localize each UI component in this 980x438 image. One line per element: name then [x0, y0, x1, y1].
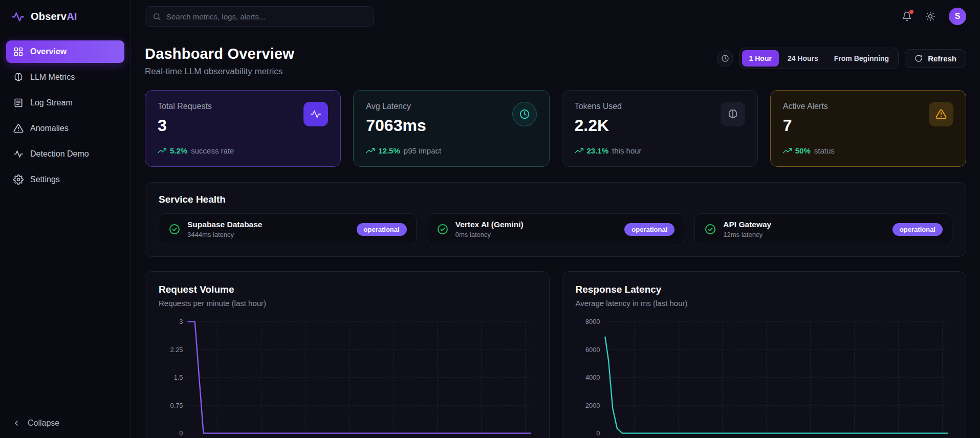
stat-value: 2.2K: [575, 116, 622, 135]
search-icon: [153, 12, 161, 21]
notifications-button[interactable]: [902, 11, 912, 21]
sidebar-item-llm-metrics[interactable]: LLM Metrics: [6, 66, 124, 89]
theme-toggle-button[interactable]: [925, 11, 935, 21]
topbar-actions: S: [902, 8, 966, 25]
service-item-api-gateway: API Gateway 12ms latency operational: [694, 213, 952, 245]
stat-trend: 12.5% p95 impact: [366, 146, 536, 155]
stats-grid: Total Requests 3 5.2% success rate: [145, 90, 966, 167]
svg-text:2000: 2000: [585, 402, 600, 409]
page-header: Dashboard Overview Real-time LLM observa…: [145, 46, 966, 77]
stat-card-avg-latency: Avg Latency 7063ms 12.5% p95 impact: [353, 90, 549, 167]
check-circle-icon: [168, 223, 181, 235]
service-text: Supabase Database 3444ms latency: [187, 220, 262, 238]
time-range-selector: 1 Hour 24 Hours From Beginning: [739, 48, 899, 69]
charts-grid: Request Volume Requests per minute (last…: [145, 271, 966, 438]
search-bar[interactable]: [145, 6, 374, 27]
trend-percent: 5.2%: [170, 146, 187, 155]
stat-value: 3: [158, 116, 212, 135]
stat-card-active-alerts: Active Alerts 7 50% status: [770, 90, 966, 167]
alert-triangle-icon: [929, 102, 953, 126]
service-item-vertex-ai: Vertex AI (Gemini) 0ms latency operation…: [427, 213, 685, 245]
stat-label: Tokens Used: [575, 102, 622, 111]
svg-text:2.25: 2.25: [170, 346, 183, 354]
search-input[interactable]: [166, 12, 366, 21]
sidebar-item-settings[interactable]: Settings: [6, 168, 124, 191]
pulse-icon: [13, 149, 24, 159]
range-1-hour-button[interactable]: 1 Hour: [742, 50, 779, 67]
service-name: Supabase Database: [187, 220, 262, 229]
services-list: Supabase Database 3444ms latency operati…: [159, 213, 952, 245]
brand-name: ObservAI: [31, 11, 77, 23]
stat-card-top: Total Requests 3: [158, 102, 328, 135]
chevron-left-icon: [12, 419, 20, 427]
svg-text:0: 0: [596, 429, 600, 437]
trend-note: status: [814, 146, 835, 155]
sidebar-item-anomalies[interactable]: Anomalies: [6, 117, 124, 140]
stat-label: Avg Latency: [366, 102, 426, 111]
stat-label: Active Alerts: [783, 102, 828, 111]
trend-percent: 23.1%: [587, 146, 609, 155]
range-24-hours-button[interactable]: 24 Hours: [780, 50, 825, 67]
trend-note: success rate: [191, 146, 234, 155]
sidebar-item-overview[interactable]: Overview: [6, 40, 124, 63]
log-icon: [13, 98, 24, 108]
trending-up-icon: [575, 146, 583, 155]
svg-text:4000: 4000: [585, 374, 600, 381]
avatar[interactable]: S: [949, 8, 966, 25]
clock-icon: [512, 102, 537, 126]
dashboard-content: Dashboard Overview Real-time LLM observa…: [131, 33, 980, 438]
service-text: Vertex AI (Gemini) 0ms latency: [455, 220, 524, 238]
request-volume-chart-card: Request Volume Requests per minute (last…: [145, 271, 550, 438]
service-item-supabase: Supabase Database 3444ms latency operati…: [159, 213, 417, 245]
stat-trend: 5.2% success rate: [158, 146, 328, 155]
page-title: Dashboard Overview: [145, 46, 294, 62]
brand: ObservAI: [0, 0, 130, 33]
sidebar-item-label: Anomalies: [30, 124, 69, 133]
service-health-title: Service Health: [159, 194, 952, 205]
app-window: ObservAI Overview LLM Metrics Log Stream…: [0, 0, 980, 438]
service-name: Vertex AI (Gemini): [455, 220, 524, 229]
sidebar-nav: Overview LLM Metrics Log Stream Anomalie…: [0, 33, 130, 198]
gear-icon: [13, 174, 24, 185]
waveform-logo-icon: [11, 10, 25, 24]
stat-card-text: Tokens Used 2.2K: [575, 102, 622, 135]
brain-icon: [13, 72, 24, 82]
chart-title: Request Volume: [159, 284, 536, 295]
refresh-button[interactable]: Refresh: [905, 49, 966, 68]
stat-card-tokens-used: Tokens Used 2.2K 23.1% this hour: [562, 90, 758, 167]
service-latency: 12ms latency: [723, 231, 771, 238]
sidebar-item-label: Overview: [30, 47, 67, 56]
collapse-button[interactable]: Collapse: [0, 408, 130, 438]
sidebar-item-label: Log Stream: [30, 98, 73, 107]
stat-card-top: Tokens Used 2.2K: [575, 102, 745, 135]
stat-card-top: Avg Latency 7063ms: [366, 102, 536, 135]
trending-up-icon: [366, 146, 375, 155]
stat-card-top: Active Alerts 7: [783, 102, 953, 135]
sidebar-item-detection-demo[interactable]: Detection Demo: [6, 143, 124, 165]
pulse-icon: [303, 102, 328, 126]
sidebar-item-label: Settings: [30, 175, 60, 184]
svg-text:8000: 8000: [585, 318, 600, 325]
stat-value: 7: [783, 116, 828, 135]
sidebar: ObservAI Overview LLM Metrics Log Stream…: [0, 0, 131, 438]
service-latency: 3444ms latency: [187, 231, 262, 238]
stat-card-total-requests: Total Requests 3 5.2% success rate: [145, 90, 341, 167]
trending-up-icon: [158, 146, 166, 155]
notification-dot: [909, 10, 913, 14]
request-volume-chart: 00.751.52.25304:50 PM04:58 PM05:05 PM05:…: [159, 317, 536, 438]
stat-card-text: Avg Latency 7063ms: [366, 102, 426, 135]
refresh-icon: [914, 54, 923, 62]
stat-value: 7063ms: [366, 116, 426, 135]
stat-trend: 50% status: [783, 146, 953, 155]
trend-note: this hour: [612, 146, 642, 155]
stat-card-text: Total Requests 3: [158, 102, 212, 135]
stat-card-text: Active Alerts 7: [783, 102, 828, 135]
avatar-initial: S: [955, 12, 961, 21]
sidebar-item-log-stream[interactable]: Log Stream: [6, 92, 124, 114]
topbar: S: [131, 0, 980, 33]
stat-label: Total Requests: [158, 102, 212, 111]
history-clock-button[interactable]: [717, 50, 733, 67]
service-name: API Gateway: [723, 220, 771, 229]
svg-text:3: 3: [179, 318, 183, 325]
range-from-beginning-button[interactable]: From Beginning: [827, 50, 896, 67]
